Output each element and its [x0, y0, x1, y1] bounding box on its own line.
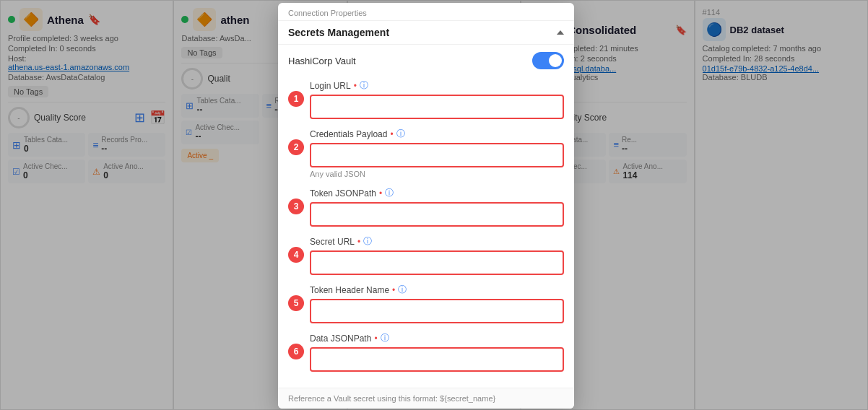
modal-footer: Reference a Vault secret using this form… — [278, 388, 574, 409]
field-label-data-jsonpath: Data JSONPath • ⓘ — [310, 332, 564, 344]
hashicorp-toggle-row: HashiCorp Vault — [288, 52, 564, 69]
info-icon-4[interactable]: ⓘ — [363, 235, 372, 248]
required-indicator: • — [374, 333, 377, 344]
modal-section-header: Secrets Management — [278, 21, 574, 45]
modal-section-title: Secrets Management — [288, 27, 389, 38]
required-indicator: • — [354, 81, 357, 91]
connection-properties-label: Connection Properties — [288, 9, 367, 17]
required-indicator: • — [392, 285, 395, 295]
required-indicator: • — [390, 129, 393, 139]
required-indicator: • — [357, 237, 360, 247]
step-badge-3: 3 — [288, 199, 304, 214]
required-indicator: • — [379, 188, 382, 199]
field-group-secret-url: 4 Secret URL • ⓘ — [288, 235, 564, 275]
step-badge-1: 1 — [288, 91, 304, 107]
secret-url-input[interactable] — [310, 250, 564, 275]
hashicorp-toggle[interactable] — [532, 52, 564, 69]
info-icon-5[interactable]: ⓘ — [398, 284, 407, 296]
modal-header-bar: Connection Properties — [278, 3, 574, 21]
field-label-credentials: Credentials Payload • ⓘ — [310, 128, 564, 140]
field-label-secret-url: Secret URL • ⓘ — [310, 235, 564, 248]
field-hint-credentials: Any valid JSON — [310, 170, 564, 178]
token-jsonpath-input[interactable] — [310, 202, 564, 227]
field-group-login-url: 1 Login URL • ⓘ — [288, 79, 564, 119]
step-badge-5: 5 — [288, 295, 304, 311]
info-icon-1[interactable]: ⓘ — [360, 79, 368, 92]
field-group-data-jsonpath: 6 Data JSONPath • ⓘ — [288, 332, 564, 372]
login-url-input[interactable] — [310, 95, 564, 119]
step-badge-6: 6 — [288, 344, 304, 359]
step-badge-2: 2 — [288, 139, 304, 155]
field-group-token-jsonpath: 3 Token JSONPath • ⓘ — [288, 187, 564, 227]
field-group-credentials: 2 Credentials Payload • ⓘ Any valid JSON — [288, 128, 564, 178]
info-icon-2[interactable]: ⓘ — [396, 128, 405, 140]
field-label-token-jsonpath: Token JSONPath • ⓘ — [310, 187, 564, 199]
info-icon-3[interactable]: ⓘ — [385, 187, 394, 199]
field-label-token-header: Token Header Name • ⓘ — [310, 284, 564, 296]
hashicorp-label: HashiCorp Vault — [288, 56, 356, 66]
collapse-icon[interactable] — [557, 30, 564, 35]
modal-body: HashiCorp Vault 1 Login URL • ⓘ 2 — [278, 45, 574, 388]
data-jsonpath-input[interactable] — [310, 347, 564, 372]
field-label-login-url: Login URL • ⓘ — [310, 79, 564, 92]
secrets-modal: Connection Properties Secrets Management… — [278, 3, 574, 409]
token-header-input[interactable] — [310, 299, 564, 323]
credentials-input[interactable] — [310, 143, 564, 167]
info-icon-6[interactable]: ⓘ — [381, 332, 389, 344]
field-group-token-header: 5 Token Header Name • ⓘ — [288, 284, 564, 323]
vault-hint-text: Reference a Vault secret using this form… — [288, 394, 495, 403]
step-badge-4: 4 — [288, 247, 304, 263]
